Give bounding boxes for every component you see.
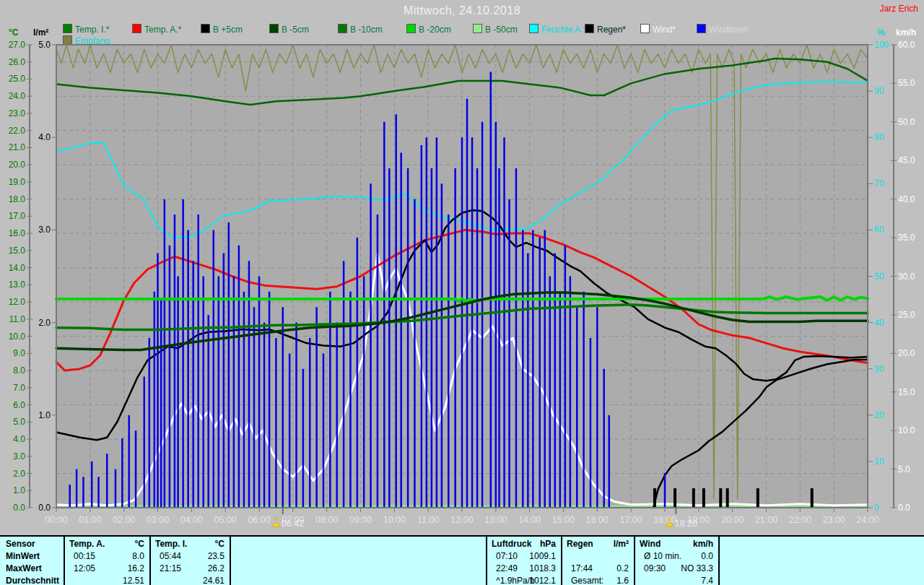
column-header: Temp. I. <box>155 539 187 550</box>
svg-text:23.0: 23.0 <box>9 108 26 118</box>
stat-value: 1009.1 <box>529 551 556 562</box>
row-label: Durchschnitt <box>6 576 59 585</box>
svg-text:7.0: 7.0 <box>13 383 25 393</box>
svg-text:9.0: 9.0 <box>13 348 25 358</box>
svg-text:09:00: 09:00 <box>349 515 372 525</box>
stat-time: Gesamt: <box>571 576 603 585</box>
axis-rain: 0.01.02.03.04.05.0 <box>38 40 56 513</box>
svg-text:22.0: 22.0 <box>9 126 26 136</box>
stat-time: 00:15 <box>74 551 95 562</box>
svg-text:04:00: 04:00 <box>180 515 203 525</box>
svg-text:10:00: 10:00 <box>383 515 406 525</box>
svg-text:8.0: 8.0 <box>13 365 25 376</box>
column-header: Regen <box>567 539 593 550</box>
svg-text:70: 70 <box>874 178 884 188</box>
sun-marker-time: 06:42 <box>282 519 304 529</box>
svg-text:1.0: 1.0 <box>38 410 51 420</box>
column-unit: l/m² <box>614 539 629 550</box>
svg-text:03:00: 03:00 <box>147 515 169 525</box>
stat-value: 1.6 <box>616 576 629 585</box>
svg-text:14:00: 14:00 <box>518 515 541 525</box>
svg-text:16:00: 16:00 <box>586 515 609 525</box>
svg-text:20.0: 20.0 <box>9 160 26 170</box>
stat-value: 23.5 <box>208 551 225 562</box>
svg-text:80: 80 <box>874 132 884 142</box>
svg-text:0.0: 0.0 <box>898 503 910 513</box>
svg-text:30: 30 <box>874 364 884 374</box>
svg-text:25.0: 25.0 <box>9 74 26 84</box>
stat-time: 07:10 <box>496 551 518 562</box>
weather-station-screen: { "header": { "title": "Mittwoch, 24.10.… <box>0 0 924 585</box>
sun-marker-time: 18:20 <box>674 519 697 529</box>
svg-text:3.0: 3.0 <box>38 225 51 235</box>
axis-humidity: 0102030405060708090100 <box>868 40 889 513</box>
svg-text:18.0: 18.0 <box>9 194 26 204</box>
stat-value: 1012.1 <box>529 576 556 585</box>
stat-value: NO 33.3 <box>681 563 713 574</box>
svg-text:1.0: 1.0 <box>13 485 25 495</box>
svg-text:18:00: 18:00 <box>653 515 676 525</box>
svg-text:40.0: 40.0 <box>898 194 915 204</box>
svg-text:4.0: 4.0 <box>13 434 25 444</box>
svg-text:3.0: 3.0 <box>13 451 25 462</box>
sunrise-icon <box>273 517 280 526</box>
svg-text:13:00: 13:00 <box>484 515 507 525</box>
svg-text:0: 0 <box>874 503 879 513</box>
svg-text:20: 20 <box>874 410 884 420</box>
stat-time: 12:05 <box>74 563 95 574</box>
svg-text:14.0: 14.0 <box>9 263 26 273</box>
table-separator <box>149 537 151 585</box>
svg-text:12:00: 12:00 <box>450 515 473 525</box>
svg-text:13.0: 13.0 <box>9 280 26 290</box>
svg-text:60.0: 60.0 <box>898 40 915 50</box>
column-unit: °C <box>215 539 225 550</box>
svg-text:00:00: 00:00 <box>45 515 67 525</box>
stat-value: 1018.3 <box>529 563 556 574</box>
svg-text:11:00: 11:00 <box>417 515 439 525</box>
table-separator <box>561 537 562 585</box>
table-separator <box>634 537 635 585</box>
svg-text:2.0: 2.0 <box>13 469 25 479</box>
svg-text:16.0: 16.0 <box>9 228 26 238</box>
stat-value: 26.2 <box>208 563 225 574</box>
svg-text:30.0: 30.0 <box>898 272 915 282</box>
svg-text:05:00: 05:00 <box>214 515 237 525</box>
svg-text:55.0: 55.0 <box>898 78 915 88</box>
weather-chart: 0.01.02.03.04.05.06.07.08.09.010.011.012… <box>0 0 924 535</box>
svg-text:24.0: 24.0 <box>9 91 26 101</box>
svg-text:0.0: 0.0 <box>13 503 25 513</box>
svg-text:17:00: 17:00 <box>620 515 642 525</box>
svg-text:50.0: 50.0 <box>898 117 915 127</box>
table-separator <box>230 537 231 585</box>
svg-text:5.0: 5.0 <box>898 464 910 474</box>
column-header: Luftdruck <box>492 539 531 550</box>
stat-value: 16.2 <box>128 563 144 574</box>
column-unit: hPa <box>540 539 556 550</box>
svg-text:17.0: 17.0 <box>9 211 26 221</box>
stat-time: Ø 10 min. <box>644 551 681 562</box>
svg-text:60: 60 <box>874 225 884 235</box>
column-header: Temp. A. <box>69 539 105 550</box>
column-unit: km/h <box>693 539 713 550</box>
svg-text:22:00: 22:00 <box>789 515 811 525</box>
svg-text:35.0: 35.0 <box>898 233 915 243</box>
svg-text:25.0: 25.0 <box>898 310 915 320</box>
stat-time: 21:15 <box>160 563 181 574</box>
stat-value: 12.51 <box>123 576 144 585</box>
svg-text:27.0: 27.0 <box>9 40 26 50</box>
svg-text:11.0: 11.0 <box>9 314 26 324</box>
svg-text:5.0: 5.0 <box>13 417 25 427</box>
stat-time: 09:30 <box>644 563 666 574</box>
stat-time: 22:49 <box>496 563 518 574</box>
svg-text:0.0: 0.0 <box>38 503 51 513</box>
table-separator <box>718 537 720 585</box>
svg-text:15.0: 15.0 <box>898 387 915 397</box>
column-unit: °C <box>135 539 144 550</box>
row-label: MaxWert <box>6 563 42 574</box>
svg-text:12.0: 12.0 <box>9 297 26 307</box>
stat-value: 0.0 <box>701 551 713 562</box>
svg-text:19.0: 19.0 <box>9 177 26 187</box>
svg-text:50: 50 <box>874 272 884 282</box>
svg-text:10.0: 10.0 <box>9 332 26 342</box>
row-label: MinWert <box>6 551 40 562</box>
